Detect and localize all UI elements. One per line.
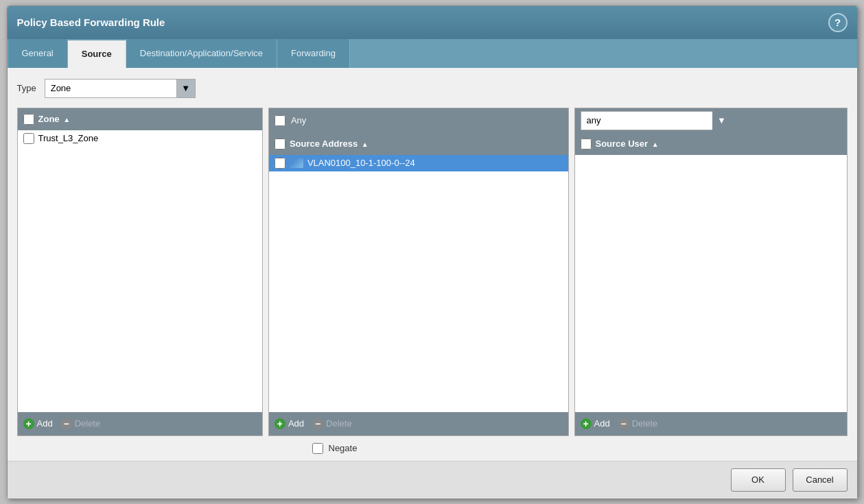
source-address-delete-button[interactable]: − Delete <box>312 418 352 429</box>
source-address-panel: Any Source Address ▲ VLAN0100_ <box>268 108 569 436</box>
zone-delete-button[interactable]: − Delete <box>61 418 101 429</box>
source-address-header-checkbox[interactable] <box>275 139 285 149</box>
type-label: Type <box>17 83 36 93</box>
source-address-item[interactable]: VLAN0100_10-1-100-0--24 <box>269 155 568 171</box>
source-user-delete-icon: − <box>618 418 629 429</box>
zone-item[interactable]: Trust_L3_Zone <box>18 130 262 147</box>
help-button[interactable]: ? <box>828 13 848 32</box>
zone-item-checkbox[interactable] <box>23 133 34 144</box>
zone-header-checkbox[interactable] <box>23 114 34 125</box>
source-user-header: Source User ▲ <box>575 133 847 155</box>
source-user-dropdown[interactable]: any specific <box>581 111 732 130</box>
negate-label: Negate <box>329 443 358 453</box>
cancel-button[interactable]: Cancel <box>793 468 848 492</box>
source-user-delete-button[interactable]: − Delete <box>618 418 658 429</box>
zone-list: Trust_L3_Zone <box>18 130 262 412</box>
source-address-delete-icon: − <box>312 418 323 429</box>
any-row: Any <box>269 108 568 133</box>
source-address-item-checkbox[interactable] <box>275 158 285 169</box>
source-address-header-label: Source Address ▲ <box>290 139 563 149</box>
zone-panel-footer: + Add − Delete <box>18 412 262 435</box>
zone-header-label: Zone ▲ <box>38 114 257 124</box>
source-address-add-button[interactable]: + Add <box>275 418 304 429</box>
source-user-header-label: Source User ▲ <box>596 139 841 149</box>
source-user-dropdown-wrapper: any specific ▼ <box>581 111 732 130</box>
zone-panel-header: Zone ▲ <box>18 108 262 130</box>
source-user-header-checkbox[interactable] <box>581 139 592 149</box>
source-user-add-icon: + <box>581 418 592 429</box>
zone-delete-icon: − <box>61 418 72 429</box>
source-user-any-row: any specific ▼ <box>575 108 847 133</box>
source-user-footer: + Add − Delete <box>575 412 847 435</box>
policy-dialog: Policy Based Forwarding Rule ? General S… <box>7 5 858 499</box>
type-select[interactable]: Zone VLAN IP <box>45 79 196 98</box>
zone-panel: Zone ▲ Trust_L3_Zone + Add <box>17 108 263 436</box>
source-user-list <box>575 155 847 412</box>
tab-forwarding[interactable]: Forwarding <box>277 39 350 68</box>
network-address-icon <box>290 158 303 169</box>
negate-row: Negate <box>17 443 848 454</box>
dialog-body: Type Zone VLAN IP ▼ Zone ▲ <box>8 68 857 461</box>
ok-button[interactable]: OK <box>731 468 786 492</box>
panels-row: Zone ▲ Trust_L3_Zone + Add <box>17 108 848 436</box>
tab-destination[interactable]: Destination/Application/Service <box>126 39 277 68</box>
source-address-sort-icon: ▲ <box>362 141 369 148</box>
tab-source[interactable]: Source <box>68 39 126 68</box>
source-address-header: Source Address ▲ <box>269 133 568 155</box>
tab-general[interactable]: General <box>8 39 68 68</box>
zone-add-button[interactable]: + Add <box>23 418 53 429</box>
zone-sort-icon: ▲ <box>63 116 70 123</box>
source-user-add-button[interactable]: + Add <box>581 418 610 429</box>
any-label: Any <box>291 115 563 125</box>
type-row: Type Zone VLAN IP ▼ <box>17 79 848 98</box>
source-address-list: VLAN0100_10-1-100-0--24 <box>269 155 568 412</box>
zone-add-icon: + <box>23 418 34 429</box>
source-address-add-icon: + <box>275 418 285 429</box>
source-user-sort-icon: ▲ <box>652 141 659 148</box>
dialog-titlebar: Policy Based Forwarding Rule ? <box>8 6 857 39</box>
dialog-title: Policy Based Forwarding Rule <box>17 16 165 28</box>
source-address-footer: + Add − Delete <box>269 412 568 435</box>
any-checkbox[interactable] <box>275 115 285 126</box>
source-user-panel: any specific ▼ Source User ▲ <box>574 108 848 436</box>
negate-checkbox[interactable] <box>312 443 323 454</box>
dialog-footer: OK Cancel <box>8 461 857 499</box>
type-select-wrapper: Zone VLAN IP ▼ <box>45 79 196 98</box>
tabs-bar: General Source Destination/Application/S… <box>8 39 857 68</box>
